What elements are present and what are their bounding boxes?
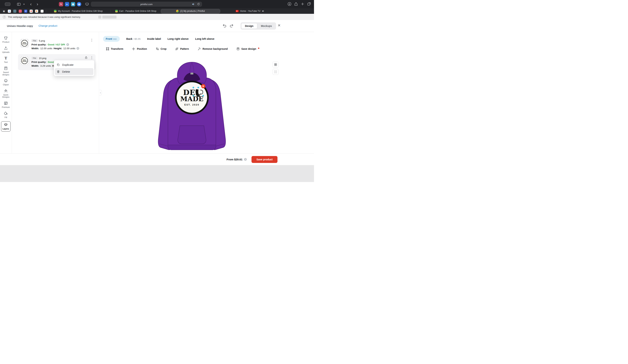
collapse-panel-button[interactable]: ‹: [99, 90, 102, 95]
page-remnant: [98, 16, 101, 18]
extension-icon-2[interactable]: ▸: [65, 2, 69, 6]
remove-design-button[interactable]: ✕: [201, 84, 205, 88]
back-button[interactable]: ‹: [28, 0, 33, 8]
selection-handle[interactable]: [197, 87, 199, 88]
placement-tab-long-right-sleeve[interactable]: Long right sleeve: [167, 37, 189, 40]
price-info-icon[interactable]: i: [244, 158, 247, 161]
selection-handle[interactable]: [192, 95, 194, 97]
layer-menu-button[interactable]: ⋮: [90, 39, 93, 42]
layer-menu-button[interactable]: ⋮: [90, 56, 93, 59]
browser-tab-cart[interactable]: Cart - Paradise Grill Online Gift Shop: [111, 8, 161, 14]
browser-tab-printful-active[interactable]: (2) My products | Printful: [161, 9, 220, 13]
tab-audio-icon[interactable]: [262, 10, 264, 12]
rail-item-layers[interactable]: Layers: [1, 121, 10, 132]
tab-design[interactable]: Design: [241, 23, 257, 29]
file-chip: File: [31, 39, 38, 42]
layer-filename: 5.png: [39, 39, 45, 42]
selection-handle[interactable]: [192, 87, 194, 88]
selection-box[interactable]: ✕: [193, 87, 203, 96]
rail-item-premium[interactable]: Premium: [1, 101, 11, 108]
chevron-down-icon[interactable]: ▾: [22, 0, 26, 8]
tool-save-design[interactable]: Save design: [236, 47, 259, 51]
close-designer-button[interactable]: ×: [277, 22, 282, 28]
pinned-tab-favicon[interactable]: [41, 10, 44, 13]
info-icon[interactable]: i: [66, 43, 69, 46]
pinned-tab-favicon[interactable]: [19, 10, 22, 13]
rail-item-saved-designs[interactable]: Saved designs: [1, 66, 11, 76]
crop-icon: [156, 47, 159, 51]
browser-tab-my-account[interactable]: My Account - Paradise Grill Online Gift …: [46, 8, 111, 14]
tab-strip: ▣ G U ✱ ✱ My Account - Paradise Grill On…: [0, 8, 314, 14]
change-product-link[interactable]: Change product: [39, 24, 57, 27]
selection-handle[interactable]: [202, 95, 204, 97]
trash-icon: [57, 70, 60, 73]
menu-item-delete[interactable]: Delete: [55, 68, 93, 75]
designer-body: Product Uploads T Text Saved designs Cli…: [0, 32, 314, 153]
tab-label: My Account - Paradise Grill Online Gift …: [58, 10, 103, 12]
pinned-tab-favicon[interactable]: ▣: [2, 10, 5, 13]
extension-icon-1[interactable]: h: [59, 2, 63, 6]
desktop-area: [0, 165, 314, 182]
tab-favicon: [115, 10, 118, 12]
placement-tab-front[interactable]: Front incl.: [103, 36, 120, 42]
placement-tab-back[interactable]: Back +$5.95: [126, 37, 141, 40]
rail-label: Product: [2, 41, 9, 43]
browser-tab-youtube[interactable]: Home - YouTube TV: [220, 8, 280, 14]
rail-item-text[interactable]: T Text: [1, 56, 11, 63]
tab-mockups[interactable]: Mockups: [257, 23, 276, 29]
tool-crop[interactable]: Crop: [156, 47, 167, 51]
tool-pattern[interactable]: Pattern: [175, 47, 189, 51]
pinned-tab-favicon[interactable]: ✱: [30, 10, 33, 13]
redo-button[interactable]: [229, 24, 234, 29]
placement-tab-long-left-sleeve[interactable]: Long left sleeve: [195, 37, 214, 40]
share-icon[interactable]: [294, 2, 298, 6]
rail-item-clipart[interactable]: Clipart: [1, 79, 11, 86]
reload-icon[interactable]: [197, 3, 200, 6]
youtube-favicon: [236, 10, 238, 12]
extension-icon-3[interactable]: ▦: [71, 2, 75, 6]
tool-transform[interactable]: Transform: [106, 47, 123, 51]
pinned-tab-favicon[interactable]: G: [8, 10, 11, 13]
tool-remove-background[interactable]: Remove background: [198, 47, 228, 51]
url-bar[interactable]: printful.com: [91, 2, 202, 7]
layer-card-1[interactable]: DEL MADE File 5.png Print quality: Good …: [18, 37, 96, 53]
rail-item-fill[interactable]: Fill: [1, 111, 11, 119]
undo-button[interactable]: [222, 24, 227, 29]
rail-item-quick-designs[interactable]: Quick Designs: [1, 89, 11, 98]
view-toggle-button[interactable]: [273, 62, 279, 68]
rail-item-product[interactable]: Product: [1, 36, 11, 43]
rail-item-uploads[interactable]: Uploads: [1, 46, 11, 53]
dismiss-notification-icon[interactable]: ✕: [3, 15, 6, 18]
page-settings-icon[interactable]: [85, 0, 89, 8]
tab-overview-icon[interactable]: [307, 2, 311, 6]
upload-icon: [4, 46, 8, 50]
menu-item-label: Delete: [62, 70, 70, 73]
save-product-button[interactable]: Save product: [251, 156, 277, 163]
price-label: From $29.61: [227, 158, 242, 161]
canvas-view-buttons: [273, 62, 279, 75]
magic-wand-icon: [198, 47, 201, 51]
tab-separator: [111, 10, 111, 12]
lock-icon[interactable]: [85, 56, 87, 59]
sidebar-toggle-button[interactable]: [16, 0, 21, 8]
pinned-tab-favicon[interactable]: U: [24, 10, 27, 13]
rail-label: Fill: [4, 116, 7, 119]
extension-icon-4[interactable]: ◍: [77, 2, 81, 6]
saved-designs-icon: [4, 66, 8, 70]
new-tab-icon[interactable]: [301, 2, 305, 6]
notification-bar: ✕ This webpage was reloaded because it w…: [0, 14, 314, 20]
tab-separator: [46, 10, 46, 12]
downloads-icon[interactable]: [288, 2, 292, 6]
dots-grid-icon: [274, 70, 277, 73]
tool-position[interactable]: Position: [132, 47, 147, 51]
menu-item-duplicate[interactable]: Duplicate: [55, 61, 93, 68]
pinned-tab-favicon[interactable]: [13, 10, 16, 13]
pinned-tab-favicon[interactable]: ✱: [35, 10, 38, 13]
forward-button[interactable]: ›: [35, 0, 40, 8]
info-icon[interactable]: i: [77, 47, 79, 50]
window-controls-button[interactable]: [4, 0, 11, 8]
audio-icon[interactable]: [192, 3, 195, 6]
width-label: Width:: [31, 65, 39, 67]
grid-toggle-button[interactable]: [273, 69, 279, 75]
placement-tab-inside-label[interactable]: Inside label: [147, 37, 161, 40]
